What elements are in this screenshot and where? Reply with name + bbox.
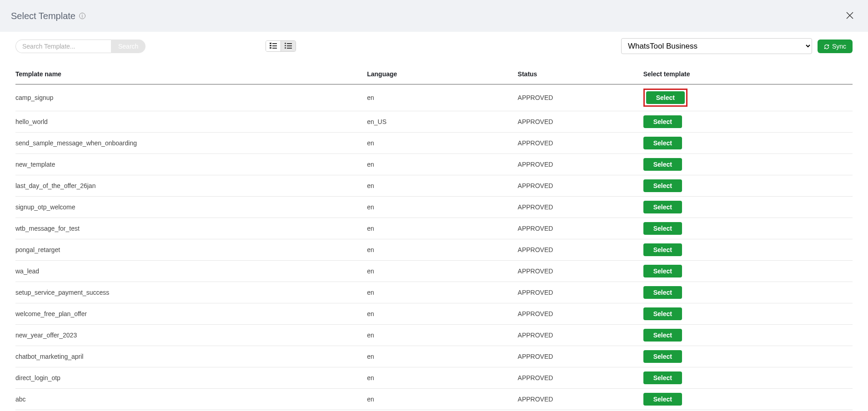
cell-action: Select [643,389,853,410]
table-row: hello_worlden_USAPPROVEDSelect [15,111,853,133]
select-template-button[interactable]: Select [643,307,682,320]
cell-template-name: new_template [15,154,367,175]
select-template-button[interactable]: Select [643,393,682,406]
account-select[interactable]: WhatsTool Business [621,38,812,54]
list-bullet-icon [285,43,292,50]
cell-status: APPROVED [518,111,643,133]
view-list-button[interactable] [281,41,296,51]
cell-language: en [367,197,517,218]
templates-table: Template name Language Status Select tem… [15,64,853,410]
search-input[interactable] [15,40,111,53]
cell-status: APPROVED [518,282,643,303]
cell-language: en [367,154,517,175]
close-button[interactable] [843,8,857,24]
sync-icon [824,44,829,49]
cell-status: APPROVED [518,325,643,346]
select-template-button[interactable]: Select [643,350,682,363]
cell-template-name: last_day_of_the_offer_26jan [15,175,367,197]
cell-action: Select [643,175,853,197]
table-row: new_templateenAPPROVEDSelect [15,154,853,175]
cell-template-name: camp_signup [15,84,367,111]
cell-status: APPROVED [518,197,643,218]
col-header-language: Language [367,64,517,84]
col-header-action: Select template [643,64,853,84]
cell-action: Select [643,154,853,175]
modal-title: Select Template [11,11,75,21]
cell-language: en [367,346,517,367]
col-header-status: Status [518,64,643,84]
cell-template-name: direct_login_otp [15,367,367,389]
table-row: new_year_offer_2023enAPPROVEDSelect [15,325,853,346]
select-template-button[interactable]: Select [643,371,682,384]
select-template-button[interactable]: Select [643,115,682,128]
cell-template-name: abc [15,389,367,410]
table-row: direct_login_otpenAPPROVEDSelect [15,367,853,389]
cell-status: APPROVED [518,239,643,261]
cell-action: Select [643,84,853,111]
highlight-box: Select [643,89,687,107]
cell-language: en [367,84,517,111]
view-toggle [266,40,296,52]
cell-language: en [367,282,517,303]
cell-action: Select [643,239,853,261]
select-template-button[interactable]: Select [643,329,682,342]
cell-language: en [367,303,517,325]
cell-language: en [367,175,517,197]
view-detailed-button[interactable] [266,41,281,51]
cell-language: en [367,325,517,346]
cell-template-name: hello_world [15,111,367,133]
select-template-button[interactable]: Select [643,179,682,192]
cell-template-name: new_year_offer_2023 [15,325,367,346]
cell-template-name: wtb_message_for_test [15,218,367,239]
modal-title-group: Select Template i [11,11,85,21]
select-template-button[interactable]: Select [646,91,685,104]
table-row: signup_otp_welcomeenAPPROVEDSelect [15,197,853,218]
select-template-button[interactable]: Select [643,265,682,277]
select-template-button[interactable]: Select [643,158,682,171]
table-row: wtb_message_for_testenAPPROVEDSelect [15,218,853,239]
search-button[interactable]: Search [111,40,146,53]
table-header-row: Template name Language Status Select tem… [15,64,853,84]
cell-status: APPROVED [518,367,643,389]
table-row: welcome_free_plan_offerenAPPROVEDSelect [15,303,853,325]
cell-status: APPROVED [518,346,643,367]
cell-template-name: signup_otp_welcome [15,197,367,218]
cell-action: Select [643,282,853,303]
select-template-button[interactable]: Select [643,286,682,299]
table-row: send_sample_message_when_onboardingenAPP… [15,133,853,154]
cell-language: en [367,261,517,282]
cell-action: Select [643,261,853,282]
cell-action: Select [643,197,853,218]
info-icon[interactable]: i [79,13,85,19]
cell-template-name: setup_service_payment_success [15,282,367,303]
search-group: Search [15,40,146,53]
modal-content: Search [0,32,868,411]
cell-template-name: send_sample_message_when_onboarding [15,133,367,154]
cell-status: APPROVED [518,175,643,197]
select-template-button[interactable]: Select [643,137,682,149]
toolbar: Search [15,32,853,60]
select-template-button[interactable]: Select [643,243,682,256]
cell-action: Select [643,325,853,346]
select-template-modal: Select Template i Search [0,0,868,411]
cell-action: Select [643,367,853,389]
cell-template-name: pongal_retarget [15,239,367,261]
list-detailed-icon [270,43,277,50]
sync-button[interactable]: Sync [818,40,853,53]
cell-status: APPROVED [518,154,643,175]
cell-template-name: chatbot_marketing_april [15,346,367,367]
cell-action: Select [643,218,853,239]
modal-header: Select Template i [0,0,868,32]
table-row: abcenAPPROVEDSelect [15,389,853,410]
cell-status: APPROVED [518,389,643,410]
cell-status: APPROVED [518,218,643,239]
select-template-button[interactable]: Select [643,222,682,235]
cell-action: Select [643,111,853,133]
cell-language: en [367,133,517,154]
cell-action: Select [643,133,853,154]
select-template-button[interactable]: Select [643,201,682,213]
cell-language: en [367,367,517,389]
cell-action: Select [643,346,853,367]
cell-status: APPROVED [518,133,643,154]
table-row: last_day_of_the_offer_26janenAPPROVEDSel… [15,175,853,197]
